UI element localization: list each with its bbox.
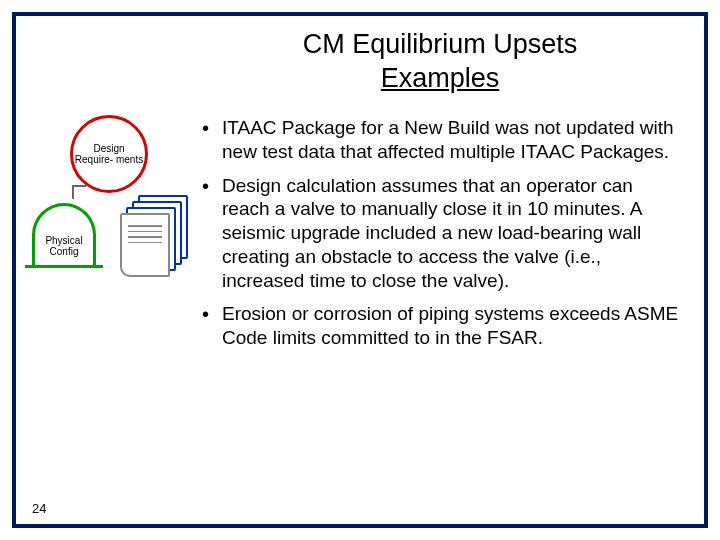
page-number: 24	[32, 501, 46, 516]
title-line2: Examples	[381, 63, 500, 93]
bullet-text: Erosion or corrosion of piping systems e…	[222, 303, 678, 348]
bullet-item: Erosion or corrosion of piping systems e…	[200, 302, 680, 350]
bullet-item: Design calculation assumes that an opera…	[200, 174, 680, 293]
doc-page-icon	[120, 213, 170, 277]
bullet-text: Design calculation assumes that an opera…	[222, 175, 641, 291]
title-line1: CM Equilibrium Upsets	[303, 29, 578, 59]
bullet-text: ITAAC Package for a New Build was not up…	[222, 117, 674, 162]
physical-label: Physical Config	[35, 235, 93, 257]
physical-config-arch: Physical Config	[32, 203, 96, 283]
cm-diagram: Design Require- ments Physical Config	[30, 115, 195, 300]
design-requirements-circle: Design Require- ments	[70, 115, 148, 193]
connector-corner	[72, 185, 86, 199]
bullet-list: ITAAC Package for a New Build was not up…	[200, 116, 680, 360]
bullet-item: ITAAC Package for a New Build was not up…	[200, 116, 680, 164]
facility-docs-stack-icon	[120, 195, 188, 277]
design-label: Design Require- ments	[73, 143, 145, 165]
slide-title: CM Equilibrium Upsets Examples	[200, 28, 680, 96]
